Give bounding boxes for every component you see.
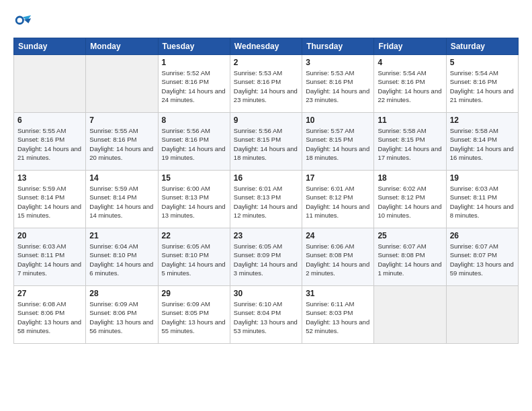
- day-number: 21: [89, 231, 154, 240]
- day-info: Sunrise: 5:58 AM Sunset: 8:15 PM Dayligh…: [378, 126, 442, 162]
- day-number: 25: [378, 231, 442, 240]
- calendar-header-row: SundayMondayTuesdayWednesdayThursdayFrid…: [14, 38, 519, 55]
- day-number: 6: [17, 116, 82, 125]
- day-info: Sunrise: 6:03 AM Sunset: 8:11 PM Dayligh…: [17, 242, 82, 277]
- day-number: 22: [162, 231, 226, 240]
- calendar-cell: 17Sunrise: 6:01 AM Sunset: 8:12 PM Dayli…: [302, 171, 374, 228]
- day-info: Sunrise: 5:54 AM Sunset: 8:16 PM Dayligh…: [450, 68, 515, 104]
- calendar-cell: 23Sunrise: 6:05 AM Sunset: 8:09 PM Dayli…: [230, 228, 302, 286]
- calendar-cell: [14, 55, 86, 113]
- day-number: 29: [162, 289, 226, 298]
- day-info: Sunrise: 6:02 AM Sunset: 8:12 PM Dayligh…: [378, 184, 442, 220]
- day-info: Sunrise: 5:58 AM Sunset: 8:14 PM Dayligh…: [450, 126, 515, 162]
- calendar-cell: 18Sunrise: 6:02 AM Sunset: 8:12 PM Dayli…: [374, 171, 446, 228]
- calendar-cell: 16Sunrise: 6:01 AM Sunset: 8:13 PM Dayli…: [230, 171, 302, 228]
- day-number: 20: [17, 231, 82, 240]
- calendar-cell: 31Sunrise: 6:11 AM Sunset: 8:03 PM Dayli…: [302, 286, 374, 344]
- calendar-cell: 3Sunrise: 5:53 AM Sunset: 8:16 PM Daylig…: [302, 55, 374, 113]
- calendar-cell: 22Sunrise: 6:05 AM Sunset: 8:10 PM Dayli…: [158, 228, 230, 286]
- day-number: 27: [17, 289, 82, 298]
- day-info: Sunrise: 6:00 AM Sunset: 8:13 PM Dayligh…: [162, 184, 226, 220]
- header: [13, 12, 519, 31]
- day-info: Sunrise: 5:52 AM Sunset: 8:16 PM Dayligh…: [162, 68, 226, 104]
- day-info: Sunrise: 6:01 AM Sunset: 8:13 PM Dayligh…: [234, 184, 298, 220]
- calendar-cell: 26Sunrise: 6:07 AM Sunset: 8:07 PM Dayli…: [446, 228, 518, 286]
- day-number: 8: [162, 116, 226, 125]
- day-number: 23: [234, 231, 298, 240]
- day-info: Sunrise: 5:56 AM Sunset: 8:15 PM Dayligh…: [234, 126, 298, 162]
- day-number: 5: [450, 58, 515, 67]
- day-info: Sunrise: 6:09 AM Sunset: 8:06 PM Dayligh…: [89, 300, 154, 335]
- day-info: Sunrise: 6:08 AM Sunset: 8:06 PM Dayligh…: [17, 300, 82, 335]
- calendar-day-header: Thursday: [302, 38, 374, 55]
- day-number: 14: [89, 173, 154, 183]
- calendar-cell: 9Sunrise: 5:56 AM Sunset: 8:15 PM Daylig…: [230, 113, 302, 171]
- calendar-cell: 1Sunrise: 5:52 AM Sunset: 8:16 PM Daylig…: [158, 55, 230, 113]
- svg-marker-3: [24, 18, 31, 23]
- day-info: Sunrise: 6:10 AM Sunset: 8:04 PM Dayligh…: [234, 300, 298, 335]
- calendar-cell: 11Sunrise: 5:58 AM Sunset: 8:15 PM Dayli…: [374, 113, 446, 171]
- calendar-cell: 4Sunrise: 5:54 AM Sunset: 8:16 PM Daylig…: [374, 55, 446, 113]
- day-number: 11: [378, 116, 442, 125]
- day-info: Sunrise: 5:55 AM Sunset: 8:16 PM Dayligh…: [89, 126, 154, 162]
- calendar-week-row: 20Sunrise: 6:03 AM Sunset: 8:11 PM Dayli…: [14, 228, 519, 286]
- day-info: Sunrise: 6:09 AM Sunset: 8:05 PM Dayligh…: [162, 300, 226, 335]
- day-number: 28: [89, 289, 154, 298]
- calendar-cell: 30Sunrise: 6:10 AM Sunset: 8:04 PM Dayli…: [230, 286, 302, 344]
- calendar-cell: 25Sunrise: 6:07 AM Sunset: 8:08 PM Dayli…: [374, 228, 446, 286]
- calendar-cell: 29Sunrise: 6:09 AM Sunset: 8:05 PM Dayli…: [158, 286, 230, 344]
- day-info: Sunrise: 6:05 AM Sunset: 8:09 PM Dayligh…: [234, 242, 298, 277]
- day-info: Sunrise: 5:53 AM Sunset: 8:16 PM Dayligh…: [306, 68, 370, 104]
- calendar-cell: 14Sunrise: 5:59 AM Sunset: 8:14 PM Dayli…: [86, 171, 158, 228]
- day-info: Sunrise: 6:06 AM Sunset: 8:08 PM Dayligh…: [306, 242, 370, 277]
- day-number: 17: [306, 173, 370, 183]
- calendar-day-header: Monday: [86, 38, 158, 55]
- day-number: 12: [450, 116, 515, 125]
- day-number: 3: [306, 58, 370, 67]
- calendar-cell: [374, 286, 446, 344]
- calendar-cell: 5Sunrise: 5:54 AM Sunset: 8:16 PM Daylig…: [446, 55, 518, 113]
- day-number: 13: [17, 173, 82, 183]
- calendar-day-header: Wednesday: [230, 38, 302, 55]
- calendar-cell: 19Sunrise: 6:03 AM Sunset: 8:11 PM Dayli…: [446, 171, 518, 228]
- calendar-week-row: 1Sunrise: 5:52 AM Sunset: 8:16 PM Daylig…: [14, 55, 519, 113]
- day-number: 9: [234, 116, 298, 125]
- day-number: 26: [450, 231, 515, 240]
- day-number: 2: [234, 58, 298, 67]
- day-info: Sunrise: 6:03 AM Sunset: 8:11 PM Dayligh…: [450, 184, 515, 220]
- day-info: Sunrise: 5:54 AM Sunset: 8:16 PM Dayligh…: [378, 68, 442, 104]
- calendar-cell: 2Sunrise: 5:53 AM Sunset: 8:16 PM Daylig…: [230, 55, 302, 113]
- day-info: Sunrise: 5:59 AM Sunset: 8:14 PM Dayligh…: [89, 184, 154, 220]
- day-number: 30: [234, 289, 298, 298]
- day-number: 4: [378, 58, 442, 67]
- day-info: Sunrise: 5:59 AM Sunset: 8:14 PM Dayligh…: [17, 184, 82, 220]
- day-info: Sunrise: 6:01 AM Sunset: 8:12 PM Dayligh…: [306, 184, 370, 220]
- calendar-cell: 6Sunrise: 5:55 AM Sunset: 8:16 PM Daylig…: [14, 113, 86, 171]
- calendar-cell: [86, 55, 158, 113]
- day-info: Sunrise: 6:11 AM Sunset: 8:03 PM Dayligh…: [306, 300, 370, 335]
- day-info: Sunrise: 6:05 AM Sunset: 8:10 PM Dayligh…: [162, 242, 226, 277]
- calendar-cell: 28Sunrise: 6:09 AM Sunset: 8:06 PM Dayli…: [86, 286, 158, 344]
- day-info: Sunrise: 6:07 AM Sunset: 8:08 PM Dayligh…: [378, 242, 442, 277]
- day-info: Sunrise: 5:55 AM Sunset: 8:16 PM Dayligh…: [17, 126, 82, 162]
- calendar-table: SundayMondayTuesdayWednesdayThursdayFrid…: [13, 38, 519, 344]
- calendar-cell: 12Sunrise: 5:58 AM Sunset: 8:14 PM Dayli…: [446, 113, 518, 171]
- day-number: 10: [306, 116, 370, 125]
- day-number: 18: [378, 173, 442, 183]
- day-number: 31: [306, 289, 370, 298]
- calendar-day-header: Tuesday: [158, 38, 230, 55]
- svg-point-1: [17, 17, 22, 22]
- day-info: Sunrise: 6:07 AM Sunset: 8:07 PM Dayligh…: [450, 242, 515, 277]
- calendar-cell: 13Sunrise: 5:59 AM Sunset: 8:14 PM Dayli…: [14, 171, 86, 228]
- day-info: Sunrise: 5:57 AM Sunset: 8:15 PM Dayligh…: [306, 126, 370, 162]
- calendar-cell: [446, 286, 518, 344]
- day-info: Sunrise: 5:56 AM Sunset: 8:16 PM Dayligh…: [162, 126, 226, 162]
- calendar-cell: 7Sunrise: 5:55 AM Sunset: 8:16 PM Daylig…: [86, 113, 158, 171]
- day-info: Sunrise: 6:04 AM Sunset: 8:10 PM Dayligh…: [89, 242, 154, 277]
- calendar-cell: 20Sunrise: 6:03 AM Sunset: 8:11 PM Dayli…: [14, 228, 86, 286]
- day-number: 19: [450, 173, 515, 183]
- calendar-day-header: Saturday: [446, 38, 518, 55]
- day-info: Sunrise: 5:53 AM Sunset: 8:16 PM Dayligh…: [234, 68, 298, 104]
- calendar-cell: 15Sunrise: 6:00 AM Sunset: 8:13 PM Dayli…: [158, 171, 230, 228]
- logo: [13, 12, 34, 31]
